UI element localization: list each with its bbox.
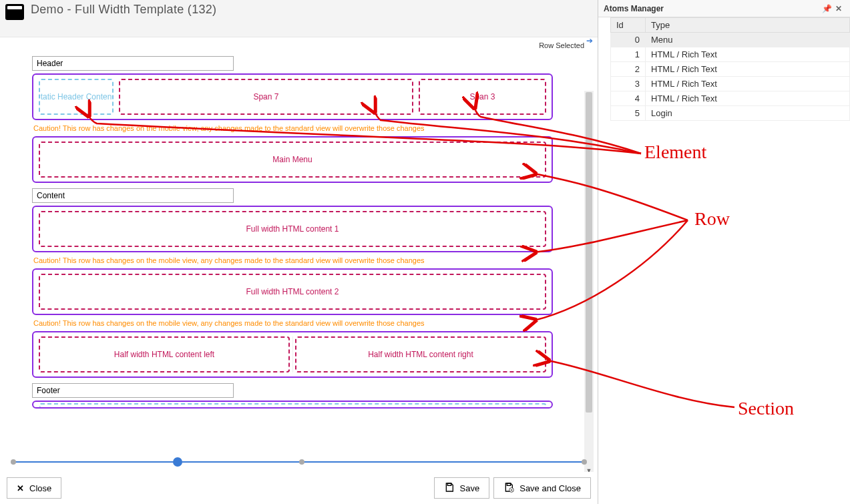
page-title: Demo - Full Width Template (132) <box>31 3 216 17</box>
cell-id: 5 <box>611 106 646 121</box>
atoms-table[interactable]: Id Type 0Menu 1HTML / Rich Text 2HTML / … <box>610 17 850 121</box>
element-half-left[interactable]: Half width HTML content left <box>39 336 290 372</box>
element-main-menu[interactable]: Main Menu <box>39 142 546 178</box>
table-row[interactable]: 0Menu <box>611 33 850 47</box>
cell-type: HTML / Rich Text <box>646 62 850 77</box>
svg-rect-2 <box>447 483 451 485</box>
caution-text: Caution! This row has changes on the mob… <box>33 124 553 132</box>
cell-type: Login <box>646 106 850 121</box>
app-icon <box>5 4 24 20</box>
panel-close-icon[interactable]: ✕ <box>833 4 845 13</box>
element-static-header[interactable]: tatic Header Conten <box>39 79 114 115</box>
svg-text:✕: ✕ <box>510 488 513 492</box>
scroll-down-icon[interactable]: ▼ <box>584 467 594 472</box>
table-row[interactable]: 1HTML / Rich Text <box>611 47 850 62</box>
section-label-footer[interactable] <box>32 383 234 398</box>
save-button[interactable]: Save <box>434 477 490 499</box>
close-icon: ✕ <box>17 483 24 493</box>
close-button[interactable]: ✕ Close <box>7 477 61 499</box>
col-type[interactable]: Type <box>646 18 850 33</box>
scrollbar-thumb[interactable] <box>586 92 592 413</box>
col-id[interactable]: Id <box>611 18 646 33</box>
content-row-3[interactable]: Half width HTML content left Half width … <box>32 331 553 378</box>
caution-text: Caution! This row has changes on the mob… <box>33 319 553 327</box>
header-row-2[interactable]: Main Menu <box>32 136 553 183</box>
footer-row[interactable] <box>32 401 553 409</box>
canvas-scrollbar[interactable]: ▼ <box>584 91 594 472</box>
cell-type: HTML / Rich Text <box>646 91 850 106</box>
atoms-manager-panel: Atoms Manager 📌 ✕ ➔ Id Type 0Menu 1HTML … <box>598 0 850 504</box>
element-half-right[interactable]: Half width HTML content right <box>295 336 546 372</box>
zoom-slider[interactable] <box>13 456 584 468</box>
cell-id: 1 <box>611 47 646 62</box>
caution-text: Caution! This row has changes on the mob… <box>33 256 553 264</box>
zoom-out-icon[interactable] <box>11 459 16 465</box>
pin-icon[interactable]: 📌 <box>821 4 833 13</box>
element-span3[interactable]: Span 3 <box>419 79 546 115</box>
zoom-mark <box>299 459 304 465</box>
close-label: Close <box>29 483 51 493</box>
panel-title: Atoms Manager <box>604 4 664 13</box>
save-close-icon: ✕ <box>503 482 514 495</box>
element-span7[interactable]: Span 7 <box>119 79 413 115</box>
svg-rect-3 <box>507 483 511 485</box>
save-close-label: Save and Close <box>519 483 581 493</box>
save-icon <box>444 482 455 495</box>
save-and-close-button[interactable]: ✕ Save and Close <box>493 477 591 499</box>
cell-id: 2 <box>611 62 646 77</box>
element-footer-peek[interactable] <box>39 403 546 407</box>
section-label-content[interactable] <box>32 188 234 203</box>
header-row-1[interactable]: tatic Header Conten Span 7 Span 3 <box>32 73 553 120</box>
table-row[interactable]: 4HTML / Rich Text <box>611 91 850 106</box>
cell-id: 3 <box>611 77 646 91</box>
cell-type: HTML / Rich Text <box>646 47 850 62</box>
table-row[interactable]: 5Login <box>611 106 850 121</box>
cell-type: Menu <box>646 33 850 47</box>
cell-id: 0 <box>611 33 646 47</box>
zoom-handle[interactable] <box>173 457 182 467</box>
save-label: Save <box>460 483 480 493</box>
section-label-header[interactable] <box>32 56 234 71</box>
content-row-1[interactable]: Full width HTML content 1 <box>32 206 553 252</box>
table-row[interactable]: 2HTML / Rich Text <box>611 62 850 77</box>
table-row[interactable]: 3HTML / Rich Text <box>611 77 850 91</box>
content-row-2[interactable]: Full width HTML content 2 <box>32 268 553 315</box>
element-full-1[interactable]: Full width HTML content 1 <box>39 211 546 247</box>
cell-type: HTML / Rich Text <box>646 77 850 91</box>
zoom-in-icon[interactable] <box>582 459 587 465</box>
element-full-2[interactable]: Full width HTML content 2 <box>39 274 546 310</box>
row-indicator-icon: ➔ <box>586 36 593 45</box>
cell-id: 4 <box>611 91 646 106</box>
